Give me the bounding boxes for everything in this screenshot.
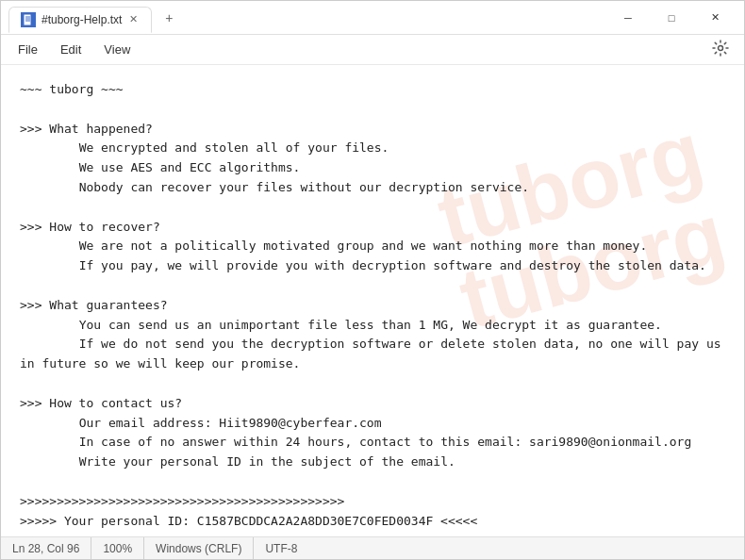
svg-point-4 xyxy=(719,45,723,50)
maximize-button[interactable]: □ xyxy=(650,3,693,33)
file-icon xyxy=(21,12,36,27)
menu-view[interactable]: View xyxy=(94,39,140,60)
text-content-area[interactable]: tuborgtuborg ~~~ tuborg ~~~ >>> What hap… xyxy=(1,65,744,536)
svg-rect-0 xyxy=(24,14,31,25)
encoding[interactable]: UTF-8 xyxy=(254,537,308,559)
menu-file[interactable]: File xyxy=(8,39,47,60)
file-content: ~~~ tuborg ~~~ >>> What happened? We enc… xyxy=(20,80,725,536)
line-ending-text: Windows (CRLF) xyxy=(156,542,241,555)
minimize-button[interactable]: ─ xyxy=(606,3,650,33)
title-bar-controls: ─ □ ✕ xyxy=(606,3,737,33)
menu-edit[interactable]: Edit xyxy=(51,39,91,60)
cursor-position: Ln 28, Col 96 xyxy=(8,537,91,559)
menu-bar: File Edit View xyxy=(1,35,744,65)
status-bar: Ln 28, Col 96 100% Windows (CRLF) UTF-8 xyxy=(1,536,744,559)
zoom-text: 100% xyxy=(103,542,132,555)
settings-icon[interactable] xyxy=(704,36,737,64)
title-bar: #tuborg-Help.txt ✕ + ─ □ ✕ xyxy=(1,1,744,35)
line-ending[interactable]: Windows (CRLF) xyxy=(144,537,254,559)
active-tab[interactable]: #tuborg-Help.txt ✕ xyxy=(8,7,152,33)
close-button[interactable]: ✕ xyxy=(693,3,737,33)
tab-title: #tuborg-Help.txt xyxy=(41,13,122,26)
zoom-level[interactable]: 100% xyxy=(91,537,144,559)
text-body: ~~~ tuborg ~~~ >>> What happened? We enc… xyxy=(20,80,725,536)
title-bar-left: #tuborg-Help.txt ✕ + xyxy=(8,3,606,33)
new-tab-button[interactable]: + xyxy=(157,7,180,29)
encoding-text: UTF-8 xyxy=(265,542,297,555)
cursor-position-text: Ln 28, Col 96 xyxy=(12,542,79,555)
tab-close-button[interactable]: ✕ xyxy=(127,13,140,25)
main-window: #tuborg-Help.txt ✕ + ─ □ ✕ File Edit Vie… xyxy=(0,0,745,560)
